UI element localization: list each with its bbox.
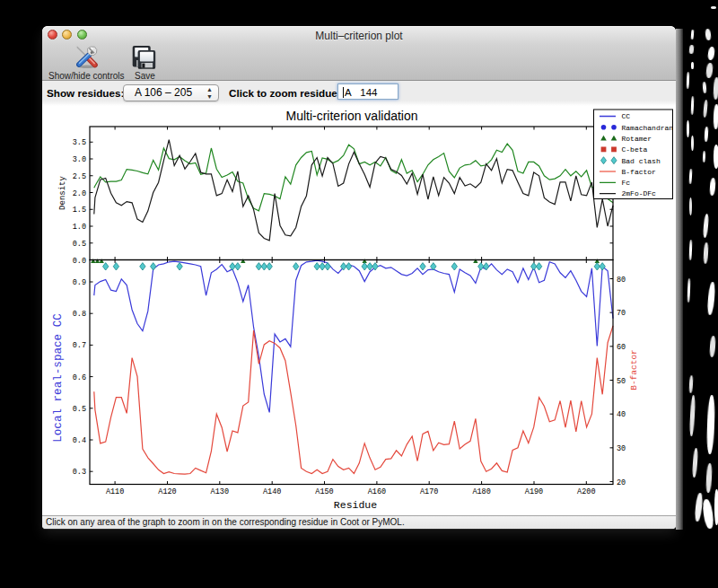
svg-text:Rotamer: Rotamer: [622, 135, 652, 143]
svg-text:0.6: 0.6: [73, 373, 86, 382]
svg-text:40: 40: [617, 410, 626, 419]
svg-text:A160: A160: [368, 487, 386, 496]
svg-text:A200: A200: [577, 487, 595, 496]
svg-text:60: 60: [617, 343, 626, 352]
svg-text:80: 80: [617, 276, 626, 285]
svg-text:0.8: 0.8: [73, 310, 86, 319]
svg-text:2.5: 2.5: [73, 172, 86, 181]
svg-text:0.5: 0.5: [73, 240, 86, 249]
svg-text:30: 30: [617, 444, 626, 453]
svg-text:Density: Density: [58, 176, 67, 210]
svg-text:A140: A140: [263, 487, 281, 496]
svg-text:2.0: 2.0: [73, 189, 86, 198]
svg-text:0.0: 0.0: [73, 257, 86, 266]
svg-text:Ramachandran: Ramachandran: [622, 124, 674, 132]
svg-text:2mFo-DFc: 2mFo-DFc: [622, 189, 657, 197]
svg-text:Residue: Residue: [334, 499, 377, 511]
svg-text:C-beta: C-beta: [622, 145, 648, 154]
svg-text:50: 50: [617, 377, 626, 386]
svg-text:0.3: 0.3: [73, 468, 86, 477]
svg-text:A110: A110: [106, 487, 124, 496]
svg-text:70: 70: [617, 309, 626, 318]
svg-text:B-factor: B-factor: [629, 349, 639, 391]
svg-text:A150: A150: [315, 487, 333, 496]
svg-text:0.5: 0.5: [73, 405, 86, 414]
svg-text:A180: A180: [472, 487, 490, 496]
svg-text:Local real-space CC: Local real-space CC: [52, 313, 65, 443]
svg-text:A190: A190: [525, 487, 543, 496]
svg-text:B-factor: B-factor: [622, 168, 657, 176]
svg-text:A170: A170: [420, 487, 438, 496]
svg-text:0.9: 0.9: [73, 278, 86, 287]
svg-text:0.4: 0.4: [73, 436, 86, 445]
svg-text:0.7: 0.7: [73, 341, 86, 350]
svg-text:CC: CC: [622, 112, 631, 120]
svg-text:A130: A130: [211, 487, 229, 496]
svg-text:Multi-criterion validation: Multi-criterion validation: [285, 109, 417, 123]
svg-text:1.5: 1.5: [73, 206, 86, 215]
svg-text:3.5: 3.5: [73, 138, 86, 147]
svg-text:20: 20: [617, 478, 626, 487]
svg-text:1.0: 1.0: [73, 223, 86, 232]
svg-text:Fc: Fc: [622, 179, 631, 187]
svg-text:A120: A120: [158, 487, 176, 496]
svg-text:Bad clash: Bad clash: [622, 157, 661, 165]
svg-text:3.0: 3.0: [73, 155, 86, 164]
